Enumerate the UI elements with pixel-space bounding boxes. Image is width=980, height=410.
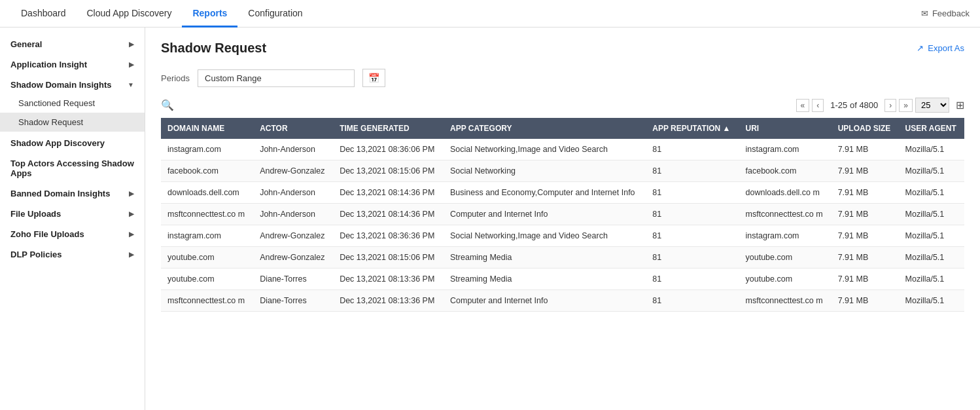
data-table: DOMAIN NAME ACTOR TIME GENERATED APP CAT…: [161, 118, 964, 312]
prev-page-button[interactable]: ‹: [812, 99, 824, 112]
arrow-general: ▶: [129, 41, 134, 48]
table-controls: 🔍 « ‹ 1-25 of 4800 › » 10 25 50 100 ⊞: [161, 98, 964, 113]
periods-label: Periods: [161, 73, 190, 83]
col-domain-name: DOMAIN NAME: [161, 118, 253, 139]
search-box: 🔍: [161, 99, 174, 111]
nav-item-dashboard[interactable]: Dashboard: [10, 0, 77, 28]
top-nav: Dashboard Cloud App Discovery Reports Co…: [0, 0, 980, 28]
page-header: Shadow Request ↗ Export As: [161, 41, 964, 56]
sidebar-section-zoho-file-uploads[interactable]: Zoho File Uploads ▶: [0, 223, 145, 243]
arrow-application-insight: ▶: [129, 61, 134, 68]
last-page-button[interactable]: »: [899, 99, 913, 112]
sidebar-section-application-insight[interactable]: Application Insight ▶: [0, 53, 145, 73]
sidebar-section-shadow-app-discovery[interactable]: Shadow App Discovery: [0, 132, 145, 152]
sort-arrow: ▲: [723, 124, 731, 133]
table-row: youtube.comDiane-TorresDec 13,2021 08:13…: [161, 269, 964, 290]
mail-icon: ✉: [921, 9, 928, 18]
sidebar-section-file-uploads[interactable]: File Uploads ▶: [0, 202, 145, 223]
col-user-agent: USER AGENT: [899, 118, 964, 139]
search-icon: 🔍: [161, 99, 174, 111]
sidebar-section-banned-domain-insights[interactable]: Banned Domain Insights ▶: [0, 182, 145, 202]
sidebar-section-general[interactable]: General ▶: [0, 33, 145, 53]
calendar-icon: 📅: [368, 73, 379, 83]
columns-icon[interactable]: ⊞: [956, 99, 964, 111]
col-uri: URI: [739, 118, 831, 139]
table-row: instagram.comJohn-AndersonDec 13,2021 08…: [161, 139, 964, 160]
col-app-reputation[interactable]: APP REPUTATION ▲: [646, 118, 739, 139]
pagination: « ‹ 1-25 of 4800 › » 10 25 50 100 ⊞: [796, 98, 964, 113]
main-content: Shadow Request ↗ Export As Periods 📅 🔍 «…: [145, 28, 980, 410]
table-row: facebook.comAndrew-GonzalezDec 13,2021 0…: [161, 160, 964, 182]
export-button[interactable]: ↗ Export As: [917, 43, 964, 53]
table-header-row: DOMAIN NAME ACTOR TIME GENERATED APP CAT…: [161, 118, 964, 139]
table-row: msftconnecttest.co mJohn-AndersonDec 13,…: [161, 204, 964, 225]
nav-item-configuration[interactable]: Configuration: [237, 0, 313, 28]
arrow-dlp-policies: ▶: [129, 251, 134, 258]
col-time-generated: TIME GENERATED: [333, 118, 444, 139]
table-row: youtube.comAndrew-GonzalezDec 13,2021 08…: [161, 247, 964, 269]
col-upload-size: UPLOAD SIZE: [831, 118, 899, 139]
sidebar-section-top-actors[interactable]: Top Actors Accessing Shadow Apps: [0, 152, 145, 182]
arrow-file-uploads: ▶: [129, 210, 134, 217]
sidebar-item-shadow-request[interactable]: Shadow Request: [0, 113, 145, 132]
page-title: Shadow Request: [161, 41, 266, 56]
pagination-info: 1-25 of 4800: [830, 100, 878, 110]
arrow-shadow-domain-insights: ▼: [128, 81, 134, 88]
calendar-button[interactable]: 📅: [362, 69, 385, 87]
col-actor: ACTOR: [253, 118, 333, 139]
next-page-button[interactable]: ›: [884, 99, 896, 112]
table-row: instagram.comAndrew-GonzalezDec 13,2021 …: [161, 225, 964, 247]
sidebar: General ▶ Application Insight ▶ Shadow D…: [0, 28, 145, 410]
periods-input[interactable]: [198, 69, 355, 87]
export-icon: ↗: [917, 43, 924, 53]
feedback-button[interactable]: ✉ Feedback: [921, 9, 970, 18]
nav-item-cloud-app-discovery[interactable]: Cloud App Discovery: [77, 0, 183, 28]
arrow-zoho-file-uploads: ▶: [129, 231, 134, 238]
sidebar-section-dlp-policies[interactable]: DLP Policies ▶: [0, 243, 145, 263]
layout: General ▶ Application Insight ▶ Shadow D…: [0, 28, 980, 410]
sidebar-section-shadow-domain-insights[interactable]: Shadow Domain Insights ▼: [0, 73, 145, 94]
table-row: downloads.dell.comJohn-AndersonDec 13,20…: [161, 182, 964, 204]
periods-row: Periods 📅: [161, 69, 964, 87]
page-size-select[interactable]: 10 25 50 100: [915, 98, 949, 113]
arrow-banned-domain: ▶: [129, 190, 134, 197]
first-page-button[interactable]: «: [796, 99, 810, 112]
nav-item-reports[interactable]: Reports: [182, 0, 237, 28]
table-row: msftconnecttest.co mDiane-TorresDec 13,2…: [161, 290, 964, 312]
sidebar-item-sanctioned-request[interactable]: Sanctioned Request: [0, 94, 145, 113]
col-app-category: APP CATEGORY: [444, 118, 646, 139]
